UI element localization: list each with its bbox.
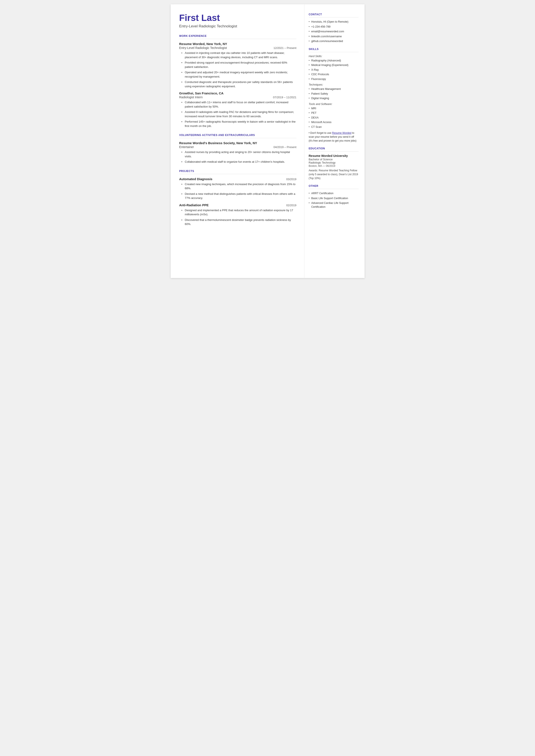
list-item: Operated and adjusted 20+ medical imager… — [182, 70, 296, 79]
list-item: Honolulu, HI (Open to Remote) — [309, 20, 358, 24]
list-item: Discovered that a thermoluminescent dosi… — [182, 218, 296, 226]
edu-field: Radiologic Technology — [309, 161, 358, 164]
volunteering-title: VOLUNTEERING ACTIVITIES AND EXTRACURRICU… — [179, 134, 296, 137]
list-item: Microsoft Access — [309, 121, 358, 124]
job-1-dates: 12/2021 – Present — [273, 46, 296, 49]
resume-page: First Last Entry-Level Radiologic Techno… — [171, 4, 365, 278]
projects-title: PROJECTS — [179, 170, 296, 173]
vol-1-row: Entertainer 04/2019 – Present — [179, 145, 296, 149]
job-2-org: Growthsi, San Francisco, CA — [179, 91, 296, 95]
skills-section-title: SKILLS — [309, 48, 358, 51]
list-item: X-Ray — [309, 68, 358, 72]
education-divider — [309, 151, 358, 152]
list-item: Basic Life Support Certification — [309, 197, 358, 200]
list-item: Collaborated with medical staff to organ… — [182, 160, 296, 164]
other-divider — [309, 189, 358, 189]
list-item: Medical Imaging (Experienced) — [309, 63, 358, 67]
list-item: Devised a new method that distinguishes … — [182, 192, 296, 200]
list-item: Performed 145+ radiographic fluoroscopic… — [182, 120, 296, 128]
techniques-list: Healthcare Management Patient Safety Dig… — [309, 87, 358, 100]
contact-section-title: CONTACT — [309, 13, 358, 16]
vol-1-role: Entertainer — [179, 145, 194, 149]
project-1-bullets: Created new imaging techniques, which in… — [179, 182, 296, 200]
list-item: Healthcare Management — [309, 87, 358, 91]
project-1-row: Automated Diagnosis 03/2019 — [179, 177, 296, 181]
job-2-dates: 07/2019 – 11/2021 — [273, 96, 296, 99]
list-item: Conducted diagnostic and therapeutic pro… — [182, 80, 296, 88]
list-item: email@resumeworded.com — [309, 30, 358, 34]
job-1-row: Entry-Level Radiologic Technologist 12/2… — [179, 46, 296, 49]
techniques-label: Techniques: — [309, 83, 358, 86]
list-item: Created new imaging techniques, which in… — [182, 182, 296, 190]
list-item: linkedin.com/in/username — [309, 35, 358, 39]
list-item: ARRT Certification — [309, 192, 358, 195]
candidate-title: Entry-Level Radiologic Technologist — [179, 24, 296, 28]
list-item: CT Scan — [309, 125, 358, 129]
other-section-title: OTHER — [309, 184, 358, 187]
list-item: CDC Protocols — [309, 72, 358, 76]
list-item: Collaborated with 11+ interns and staff … — [182, 100, 296, 109]
job-1-bullets: Assisted in injecting contrast dye via c… — [179, 51, 296, 88]
list-item: MRI — [309, 107, 358, 111]
job-1-role: Entry-Level Radiologic Technologist — [179, 46, 227, 49]
list-item: Radiography (Advanced) — [309, 59, 358, 63]
project-2-bullets: Designed and implemented a PPE that redu… — [179, 208, 296, 226]
list-item: DEXA — [309, 116, 358, 120]
work-experience-title: WORK EXPERIENCE — [179, 35, 296, 38]
contact-divider — [309, 17, 358, 17]
resume-worded-link[interactable]: Resume Worded — [332, 131, 352, 134]
job-1-org: Resume Worded, New York, NY — [179, 42, 296, 46]
vol-1-org: Resume Worded's Business Society, New Yo… — [179, 141, 296, 145]
project-1-date: 03/2019 — [286, 178, 296, 181]
projects-divider — [179, 174, 296, 174]
edu-degree: Bachelor of Science — [309, 158, 358, 161]
list-item: Patient Safety — [309, 92, 358, 96]
list-item: Designed and implemented a PPE that redu… — [182, 208, 296, 216]
project-1-title: Automated Diagnosis — [179, 177, 212, 181]
vol-1-dates: 04/2019 – Present — [273, 146, 296, 149]
job-2-role: Radiologist Intern — [179, 96, 203, 99]
tools-list: MRI PET DEXA Microsoft Access CT Scan — [309, 107, 358, 129]
list-item: Digital Imaging — [309, 97, 358, 100]
hard-skills-label: Hard Skills: — [309, 55, 358, 58]
project-2-row: Anti-Radiation PPE 02/2019 — [179, 203, 296, 207]
edu-location: Boston, MA — 06/2019 — [309, 164, 358, 167]
hard-skills-list: Radiography (Advanced) Medical Imaging (… — [309, 59, 358, 81]
project-2-title: Anti-Radiation PPE — [179, 203, 209, 207]
list-item: Assisted in injecting contrast dye via c… — [182, 51, 296, 59]
edu-org: Resume Worded University — [309, 154, 358, 157]
vol-1-bullets: Assisted nurses by providing acting and … — [179, 150, 296, 164]
list-item: Assisted 8 radiologists with loading PAC… — [182, 110, 296, 118]
right-column: CONTACT Honolulu, HI (Open to Remote) +1… — [304, 4, 365, 278]
list-item: Assisted nurses by providing acting and … — [182, 150, 296, 158]
left-column: First Last Entry-Level Radiologic Techno… — [171, 4, 304, 278]
job-2-row: Radiologist Intern 07/2019 – 11/2021 — [179, 96, 296, 99]
list-item: Fluoroscopy — [309, 77, 358, 81]
job-2-bullets: Collaborated with 11+ interns and staff … — [179, 100, 296, 128]
list-item: Provided strong rapport and encouragemen… — [182, 61, 296, 69]
list-item: Advanced Cardiac Life Support Certificat… — [309, 201, 358, 209]
contact-list: Honolulu, HI (Open to Remote) +1-234-456… — [309, 20, 358, 43]
project-2-date: 02/2019 — [286, 204, 296, 207]
promo-text: • Don't forget to use Resume Worded to s… — [309, 131, 358, 143]
education-section-title: EDUCATION — [309, 147, 358, 150]
edu-awards: Awards: Resume Worded Teaching Fellow (o… — [309, 169, 358, 180]
list-item: PET — [309, 111, 358, 115]
list-item: github.com/resumeworded — [309, 40, 358, 43]
list-item: +1-234-456-789 — [309, 25, 358, 29]
tools-label: Tools and Software: — [309, 102, 358, 106]
candidate-name: First Last — [179, 13, 296, 23]
other-list: ARRT Certification Basic Life Support Ce… — [309, 192, 358, 209]
